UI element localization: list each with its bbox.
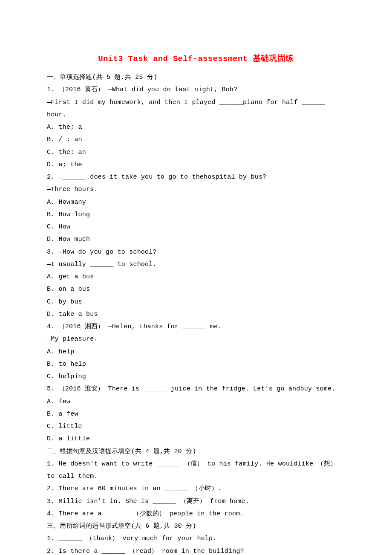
body-line: A. Howmany xyxy=(47,196,345,208)
body-line: A. get a bus xyxy=(47,271,345,283)
body-line: 4. There are a ______ （少数的） people in th… xyxy=(47,508,345,520)
body-line: 2. Is there a ______ （read） room in the … xyxy=(47,545,345,555)
body-line: B. a few xyxy=(47,408,345,420)
body-line: C. the; an xyxy=(47,146,345,159)
body-line: 一、单项选择题(共 5 题,共 25 分) xyxy=(47,71,345,84)
body-line: D. a little xyxy=(47,433,345,445)
body-line: D. take a bus xyxy=(47,308,345,321)
body-line: —My pleasure. xyxy=(47,333,345,345)
body-line: B. to help xyxy=(47,358,345,370)
body-line: C. little xyxy=(47,420,345,433)
body-line: 2. —______ does it take you to go to the… xyxy=(47,171,345,183)
document-title: Unit3 Task and Self-assessment 基础巩固练 xyxy=(47,51,345,67)
body-line: A. the; a xyxy=(47,121,345,133)
body-line: 1. He doesn't want to write ______ （信） t… xyxy=(47,458,345,483)
body-line: —I usually ______ to school. xyxy=(47,258,345,271)
document-body: 一、单项选择题(共 5 题,共 25 分) 1. （2016 黄石） —What… xyxy=(47,71,345,555)
body-line: 2. There are 60 minutes in an ______ （小时… xyxy=(47,483,345,495)
body-line: C. helping xyxy=(47,370,345,383)
body-line: B. / ; an xyxy=(47,133,345,146)
body-line: —Three hours. xyxy=(47,183,345,196)
body-line: 三、用所给词的适当形式填空(共 6 题,共 30 分) xyxy=(47,520,345,532)
body-line: C. How xyxy=(47,221,345,233)
body-line: 1. （2016 黄石） —What did you do last night… xyxy=(47,84,345,96)
body-line: D. How much xyxy=(47,233,345,246)
body-line: C. by bus xyxy=(47,296,345,308)
body-line: A. few xyxy=(47,396,345,408)
body-line: 3. —How do you go to school? xyxy=(47,246,345,258)
body-line: D. a; the xyxy=(47,159,345,171)
body-line: B. How long xyxy=(47,208,345,221)
body-line: 4. （2016 湘西） —Helen, thanks for ______ m… xyxy=(47,321,345,333)
body-line: A. help xyxy=(47,346,345,358)
body-line: —First I did my homework, and then I pla… xyxy=(47,96,345,121)
body-line: 1. ______ （thank） very much for your hel… xyxy=(47,532,345,545)
body-line: 3. Millie isn't in. She is ______ （离开） f… xyxy=(47,495,345,508)
body-line: 5. （2016 淮安） There is ______ juice in th… xyxy=(47,383,345,395)
body-line: 二、根据句意及汉语提示填空(共 4 题,共 20 分) xyxy=(47,445,345,458)
body-line: B. on a bus xyxy=(47,283,345,295)
